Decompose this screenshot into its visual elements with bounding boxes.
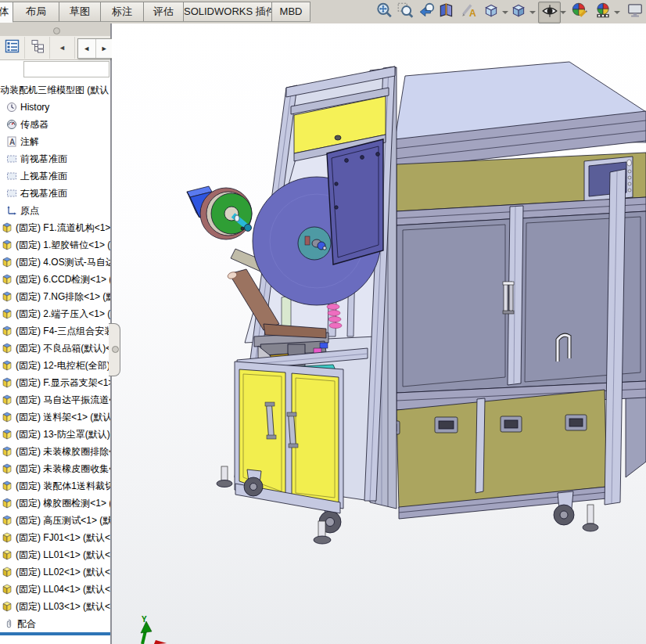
- tree-item-label: (固定) 橡胶圈检测<1> (: [16, 497, 110, 510]
- tree-item-part[interactable]: (固定) LL03<1> (默认<: [0, 598, 110, 615]
- feature-tree-icon: [5, 39, 20, 56]
- tree-item-plane[interactable]: 右视基准面: [0, 185, 110, 202]
- command-tab-体[interactable]: 体: [0, 2, 13, 23]
- view-annotations-button[interactable]: A: [458, 2, 479, 22]
- tree-item-label: 传感器: [20, 118, 48, 131]
- tree-item-assembly[interactable]: (固定) 装配体1送料裁切: [0, 477, 110, 495]
- part-icon: [2, 549, 13, 560]
- tree-item-plane[interactable]: 上视基准面: [0, 167, 110, 185]
- tab-feature-tree[interactable]: [0, 37, 25, 59]
- tree-item-part[interactable]: (固定) LL01<1> (默认<: [0, 546, 110, 563]
- tree-item-mates[interactable]: 配合: [0, 615, 110, 632]
- tree-item-annotations[interactable]: A注解: [0, 133, 110, 150]
- machine-3d-model[interactable]: [187, 62, 646, 544]
- history-icon: [6, 102, 17, 113]
- tree-splitter-bar[interactable]: [0, 632, 110, 635]
- pane-arrow-left-button[interactable]: ◄: [78, 39, 95, 58]
- tree-item-origin[interactable]: 原点: [0, 202, 110, 219]
- assembly-icon: [2, 239, 13, 250]
- tree-item-assembly[interactable]: (固定) 未装橡皮圈收集<: [0, 460, 110, 477]
- assembly-icon: [2, 360, 13, 371]
- tree-item-label: (固定) 12-电控柜(全部)<: [16, 359, 110, 372]
- tree-item-label: (固定) F4-三点组合安装: [16, 325, 110, 338]
- display-style-button[interactable]: [508, 2, 529, 22]
- part-icon: [2, 567, 13, 577]
- tree-item-assembly[interactable]: (固定) F.显示器支架<1>: [0, 374, 110, 391]
- zoom-to-fit-button[interactable]: [373, 2, 394, 22]
- tree-item-assembly[interactable]: (固定) 13-防尘罩(默认)<: [0, 426, 110, 443]
- tree-item-assembly[interactable]: (固定) 马自达平振流道<: [0, 391, 110, 408]
- tree-item-part[interactable]: (固定) LL02<1> (默认<: [0, 563, 110, 581]
- hide-show-items-button[interactable]: [538, 2, 561, 23]
- assembly-icon: [2, 515, 13, 526]
- tree-item-assembly[interactable]: (固定) 橡胶圈检测<1> (: [0, 495, 110, 512]
- section-view-icon: [438, 2, 455, 22]
- tree-item-assembly[interactable]: (固定) 高压测试<1> (默: [0, 512, 110, 529]
- tree-item-label: 注解: [20, 135, 39, 149]
- tab-configuration-manager[interactable]: [25, 37, 50, 59]
- apply-scene-dropdown[interactable]: [613, 2, 621, 22]
- machine-left-tower: [217, 67, 395, 513]
- command-tab-布局[interactable]: 布局: [13, 2, 59, 22]
- tree-item-sensors[interactable]: 传感器: [0, 116, 110, 133]
- apply-scene-icon: [594, 2, 612, 22]
- command-tab-label: 标注: [112, 5, 132, 17]
- command-tab-label: 草图: [70, 5, 90, 17]
- tree-item-assembly[interactable]: (固定) 6.CCD检测<1> (: [0, 271, 110, 288]
- view-settings-button[interactable]: [624, 2, 645, 22]
- tree-item-label: (固定) 4.OS测试-马自达: [16, 256, 110, 269]
- command-tab-评估[interactable]: 评估: [143, 2, 184, 22]
- command-tab-addins[interactable]: SOLIDWORKS 插件: [183, 2, 272, 22]
- command-tab-strip: 体布局草图标注评估SOLIDWORKS 插件MBD: [0, 2, 310, 23]
- fm-pane-arrows: ◄ ►: [77, 38, 113, 59]
- command-tab-标注[interactable]: 标注: [100, 2, 144, 22]
- tree-item-part[interactable]: (固定) LL04<1> (默认<: [0, 581, 110, 598]
- tree-item-label: (固定) LL01<1> (默认<: [16, 549, 110, 562]
- leveling-foot: [583, 505, 598, 531]
- panel-collapse-grip[interactable]: [0, 23, 110, 37]
- section-view-button[interactable]: [436, 2, 457, 22]
- tree-item-assembly[interactable]: (固定) 不良品箱(默认)<: [0, 340, 110, 357]
- solidworks-window: 体布局草图标注评估SOLIDWORKS 插件MBD A ◄ ◄ ► 动装配机三维…: [0, 0, 646, 644]
- apply-scene-button[interactable]: [592, 2, 613, 22]
- tree-root-item[interactable]: 动装配机三维模型图 (默认: [0, 81, 110, 99]
- tree-item-assembly[interactable]: (固定) 4.OS测试-马自达: [0, 254, 110, 271]
- tree-item-assembly[interactable]: (固定) 12-电控柜(全部)<: [0, 357, 110, 374]
- orientation-triad: Y: [141, 614, 167, 644]
- tree-item-assembly[interactable]: (固定) 2.端子压入<1> (: [0, 305, 110, 322]
- command-tab-MBD[interactable]: MBD: [271, 2, 310, 22]
- tree-item-part[interactable]: (固定) FJ01<1> (默认<: [0, 529, 110, 546]
- tree-item-label: (固定) F1.流道机构<1>: [16, 221, 110, 235]
- zoom-to-area-button[interactable]: [394, 2, 415, 22]
- tree-item-label: (固定) LL03<1> (默认<: [16, 600, 110, 613]
- tree-item-assembly[interactable]: (固定) 1.塑胶错位<1> (: [0, 236, 110, 254]
- previous-view-button[interactable]: [416, 2, 437, 22]
- tree-item-label: (固定) 未装橡皮圈收集<: [16, 462, 110, 476]
- tree-item-plane[interactable]: 前视基准面: [0, 150, 110, 167]
- pane-arrow-right-button[interactable]: ►: [95, 39, 113, 58]
- tree-item-assembly[interactable]: (固定) F1.流道机构<1>: [0, 219, 110, 236]
- hide-show-items-dropdown[interactable]: [559, 2, 567, 22]
- tree-item-history[interactable]: History: [0, 99, 110, 116]
- tree-item-assembly[interactable]: (固定) F4-三点组合安装: [0, 322, 110, 340]
- hide-show-items-icon: [541, 2, 558, 23]
- assembly-icon: [2, 412, 13, 423]
- assembly-icon: [2, 308, 13, 319]
- display-style-dropdown[interactable]: [529, 2, 537, 22]
- tree-item-assembly[interactable]: (固定) 未装橡胶圈排除<: [0, 443, 110, 460]
- annotations-icon: A: [6, 136, 17, 147]
- graphics-viewport: Y: [112, 23, 646, 644]
- command-tab-草图[interactable]: 草图: [59, 2, 101, 22]
- tree-item-label: (固定) 13-防尘罩(默认)<: [16, 428, 110, 441]
- tree-item-assembly[interactable]: (固定) 7.NG排除<1> (默: [0, 288, 110, 305]
- tree-item-label: (固定) 高压测试<1> (默: [16, 514, 110, 527]
- svg-text:A: A: [9, 138, 15, 146]
- tree-item-assembly[interactable]: (固定) 送料架<1> (默认: [0, 408, 110, 426]
- panel-width-handle[interactable]: [109, 323, 120, 376]
- view-orientation-button[interactable]: [480, 2, 501, 22]
- edit-appearance-button[interactable]: [569, 2, 590, 22]
- fm-scroll-left-button[interactable]: ◄: [50, 37, 75, 59]
- fm-filter-box[interactable]: [23, 61, 109, 77]
- tree-item-label: History: [20, 102, 49, 113]
- chevron-left-icon: ◄: [59, 44, 66, 52]
